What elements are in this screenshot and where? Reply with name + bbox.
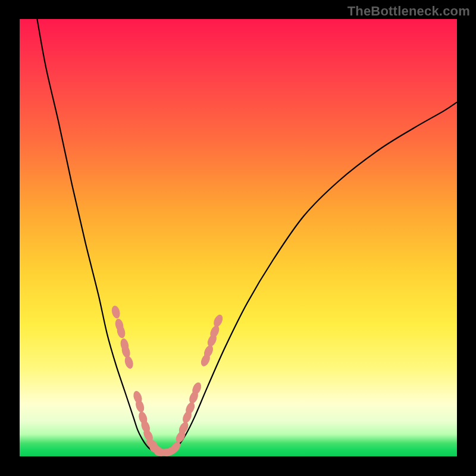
curves-group <box>37 19 457 454</box>
chart-svg <box>20 19 457 456</box>
beads-group <box>111 305 225 456</box>
bottleneck-curve <box>37 19 457 454</box>
data-bead <box>212 313 224 328</box>
plot-area <box>20 19 457 456</box>
data-bead <box>111 305 121 319</box>
watermark-text: TheBottleneck.com <box>347 4 470 19</box>
data-bead <box>123 355 134 370</box>
outer-frame: TheBottleneck.com <box>0 0 476 476</box>
